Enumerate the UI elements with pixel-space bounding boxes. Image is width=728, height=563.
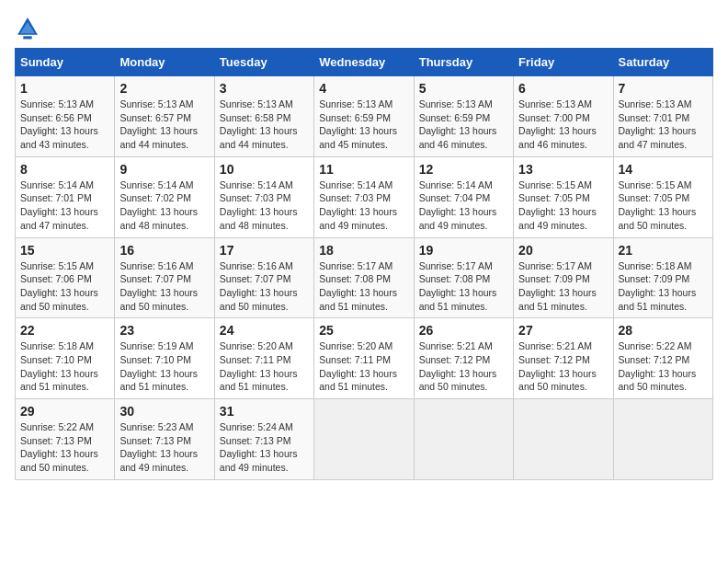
day-number: 21 (619, 243, 708, 258)
calendar-cell: 14 Sunrise: 5:15 AM Sunset: 7:05 PM Dayl… (613, 156, 712, 237)
calendar-cell: 11 Sunrise: 5:14 AM Sunset: 7:03 PM Dayl… (314, 156, 414, 237)
calendar-cell: 30 Sunrise: 5:23 AM Sunset: 7:13 PM Dayl… (115, 399, 214, 480)
day-info: Sunrise: 5:15 AM Sunset: 7:05 PM Dayligh… (619, 178, 708, 233)
day-info: Sunrise: 5:13 AM Sunset: 6:56 PM Dayligh… (20, 98, 109, 152)
day-info: Sunrise: 5:22 AM Sunset: 7:12 PM Dayligh… (619, 339, 708, 394)
day-number: 14 (619, 162, 708, 177)
calendar-cell: 23 Sunrise: 5:19 AM Sunset: 7:10 PM Dayl… (115, 318, 214, 399)
day-info: Sunrise: 5:15 AM Sunset: 7:06 PM Dayligh… (20, 259, 109, 314)
calendar-cell: 7 Sunrise: 5:13 AM Sunset: 7:01 PM Dayli… (613, 76, 712, 157)
day-header-tuesday: Tuesday (214, 49, 313, 76)
calendar-cell: 1 Sunrise: 5:13 AM Sunset: 6:56 PM Dayli… (16, 76, 115, 157)
day-number: 5 (419, 81, 508, 96)
day-info: Sunrise: 5:17 AM Sunset: 7:08 PM Dayligh… (319, 259, 408, 314)
day-info: Sunrise: 5:14 AM Sunset: 7:04 PM Dayligh… (419, 178, 508, 233)
day-number: 29 (20, 404, 109, 419)
calendar-cell: 21 Sunrise: 5:18 AM Sunset: 7:09 PM Dayl… (613, 237, 712, 318)
calendar-cell: 25 Sunrise: 5:20 AM Sunset: 7:11 PM Dayl… (314, 318, 414, 399)
day-number: 2 (119, 81, 209, 96)
day-number: 16 (119, 243, 209, 258)
day-info: Sunrise: 5:13 AM Sunset: 7:00 PM Dayligh… (518, 98, 608, 152)
day-number: 24 (220, 323, 309, 338)
calendar-header-row: SundayMondayTuesdayWednesdayThursdayFrid… (16, 49, 713, 76)
week-row-1: 1 Sunrise: 5:13 AM Sunset: 6:56 PM Dayli… (16, 76, 713, 157)
day-header-saturday: Saturday (613, 49, 712, 76)
calendar-body: 1 Sunrise: 5:13 AM Sunset: 6:56 PM Dayli… (16, 76, 713, 480)
day-number: 26 (419, 323, 508, 338)
calendar-cell: 13 Sunrise: 5:15 AM Sunset: 7:05 PM Dayl… (514, 156, 613, 237)
calendar-table: SundayMondayTuesdayWednesdayThursdayFrid… (15, 48, 713, 480)
day-number: 30 (119, 404, 209, 419)
day-number: 11 (319, 162, 408, 177)
day-header-sunday: Sunday (16, 49, 115, 76)
week-row-3: 15 Sunrise: 5:15 AM Sunset: 7:06 PM Dayl… (16, 237, 713, 318)
day-info: Sunrise: 5:24 AM Sunset: 7:13 PM Dayligh… (220, 420, 309, 475)
calendar-cell: 15 Sunrise: 5:15 AM Sunset: 7:06 PM Dayl… (16, 237, 115, 318)
day-info: Sunrise: 5:14 AM Sunset: 7:03 PM Dayligh… (220, 178, 309, 233)
calendar-cell: 31 Sunrise: 5:24 AM Sunset: 7:13 PM Dayl… (214, 399, 313, 480)
logo-icon (15, 15, 40, 40)
day-number: 23 (119, 323, 209, 338)
day-number: 27 (518, 323, 608, 338)
calendar-cell: 10 Sunrise: 5:14 AM Sunset: 7:03 PM Dayl… (214, 156, 313, 237)
day-number: 9 (119, 162, 209, 177)
day-info: Sunrise: 5:21 AM Sunset: 7:12 PM Dayligh… (419, 339, 508, 394)
calendar-cell: 16 Sunrise: 5:16 AM Sunset: 7:07 PM Dayl… (115, 237, 214, 318)
calendar-cell (613, 399, 712, 480)
day-number: 8 (20, 162, 109, 177)
calendar-cell: 28 Sunrise: 5:22 AM Sunset: 7:12 PM Dayl… (613, 318, 712, 399)
logo (15, 15, 44, 40)
day-info: Sunrise: 5:21 AM Sunset: 7:12 PM Dayligh… (518, 339, 608, 394)
day-header-monday: Monday (115, 49, 214, 76)
day-info: Sunrise: 5:22 AM Sunset: 7:13 PM Dayligh… (20, 420, 109, 475)
day-info: Sunrise: 5:16 AM Sunset: 7:07 PM Dayligh… (220, 259, 309, 314)
calendar-cell: 9 Sunrise: 5:14 AM Sunset: 7:02 PM Dayli… (115, 156, 214, 237)
day-info: Sunrise: 5:16 AM Sunset: 7:07 PM Dayligh… (119, 259, 209, 314)
day-header-wednesday: Wednesday (314, 49, 414, 76)
day-header-thursday: Thursday (414, 49, 513, 76)
calendar-cell (514, 399, 613, 480)
day-info: Sunrise: 5:14 AM Sunset: 7:01 PM Dayligh… (20, 178, 109, 233)
day-info: Sunrise: 5:14 AM Sunset: 7:02 PM Dayligh… (119, 178, 209, 233)
day-number: 7 (619, 81, 708, 96)
day-header-friday: Friday (514, 49, 613, 76)
week-row-5: 29 Sunrise: 5:22 AM Sunset: 7:13 PM Dayl… (16, 399, 713, 480)
calendar-cell: 4 Sunrise: 5:13 AM Sunset: 6:59 PM Dayli… (314, 76, 414, 157)
day-info: Sunrise: 5:23 AM Sunset: 7:13 PM Dayligh… (119, 420, 209, 475)
day-number: 3 (220, 81, 309, 96)
calendar-cell (314, 399, 414, 480)
svg-rect-2 (23, 36, 31, 39)
day-number: 6 (518, 81, 608, 96)
day-info: Sunrise: 5:19 AM Sunset: 7:10 PM Dayligh… (119, 339, 209, 394)
page-header (15, 15, 713, 40)
week-row-4: 22 Sunrise: 5:18 AM Sunset: 7:10 PM Dayl… (16, 318, 713, 399)
day-info: Sunrise: 5:13 AM Sunset: 6:58 PM Dayligh… (220, 98, 309, 152)
calendar-cell (414, 399, 513, 480)
day-info: Sunrise: 5:17 AM Sunset: 7:09 PM Dayligh… (518, 259, 608, 314)
calendar-cell: 2 Sunrise: 5:13 AM Sunset: 6:57 PM Dayli… (115, 76, 214, 157)
day-info: Sunrise: 5:14 AM Sunset: 7:03 PM Dayligh… (319, 178, 408, 233)
calendar-cell: 20 Sunrise: 5:17 AM Sunset: 7:09 PM Dayl… (514, 237, 613, 318)
day-number: 25 (319, 323, 408, 338)
day-info: Sunrise: 5:17 AM Sunset: 7:08 PM Dayligh… (419, 259, 508, 314)
day-number: 12 (419, 162, 508, 177)
calendar-cell: 29 Sunrise: 5:22 AM Sunset: 7:13 PM Dayl… (16, 399, 115, 480)
week-row-2: 8 Sunrise: 5:14 AM Sunset: 7:01 PM Dayli… (16, 156, 713, 237)
calendar-cell: 27 Sunrise: 5:21 AM Sunset: 7:12 PM Dayl… (514, 318, 613, 399)
calendar-cell: 17 Sunrise: 5:16 AM Sunset: 7:07 PM Dayl… (214, 237, 313, 318)
day-info: Sunrise: 5:18 AM Sunset: 7:10 PM Dayligh… (20, 339, 109, 394)
calendar-cell: 3 Sunrise: 5:13 AM Sunset: 6:58 PM Dayli… (214, 76, 313, 157)
day-number: 20 (518, 243, 608, 258)
calendar-cell: 18 Sunrise: 5:17 AM Sunset: 7:08 PM Dayl… (314, 237, 414, 318)
calendar-cell: 5 Sunrise: 5:13 AM Sunset: 6:59 PM Dayli… (414, 76, 513, 157)
day-info: Sunrise: 5:13 AM Sunset: 6:59 PM Dayligh… (419, 98, 508, 152)
day-info: Sunrise: 5:18 AM Sunset: 7:09 PM Dayligh… (619, 259, 708, 314)
day-info: Sunrise: 5:13 AM Sunset: 7:01 PM Dayligh… (619, 98, 708, 152)
day-number: 10 (220, 162, 309, 177)
day-number: 31 (220, 404, 309, 419)
calendar-cell: 26 Sunrise: 5:21 AM Sunset: 7:12 PM Dayl… (414, 318, 513, 399)
day-info: Sunrise: 5:15 AM Sunset: 7:05 PM Dayligh… (518, 178, 608, 233)
calendar-cell: 24 Sunrise: 5:20 AM Sunset: 7:11 PM Dayl… (214, 318, 313, 399)
day-info: Sunrise: 5:20 AM Sunset: 7:11 PM Dayligh… (319, 339, 408, 394)
day-number: 19 (419, 243, 508, 258)
